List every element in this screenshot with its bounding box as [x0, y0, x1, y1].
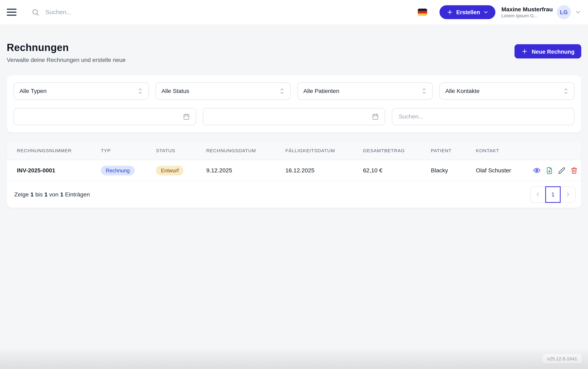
download-pdf-icon[interactable]: [546, 167, 553, 174]
main-content: Rechnungen Verwalte deine Rechnungen und…: [0, 42, 588, 208]
avatar[interactable]: LG: [557, 5, 571, 19]
chevron-down-icon[interactable]: [575, 9, 581, 15]
filter-panel: Alle Typen Alle Status Alle Patienten: [7, 75, 581, 132]
col-header-due-date: FÄLLIGKEITSDATUM: [285, 148, 363, 154]
search-input[interactable]: [45, 8, 418, 16]
page-header: Rechnungen Verwalte deine Rechnungen und…: [7, 42, 581, 63]
due-date: 16.12.2025: [285, 167, 363, 174]
version-badge: v25.12.8-1641: [542, 354, 582, 364]
date-to-field[interactable]: [203, 108, 385, 125]
page-title-block: Rechnungen Verwalte deine Rechnungen und…: [7, 42, 126, 63]
entries-summary: Zeige 1 bis 1 von 1 Einträgen: [14, 191, 90, 198]
invoice-date: 9.12.2025: [206, 167, 285, 174]
new-invoice-button[interactable]: Neue Rechnung: [514, 44, 581, 58]
col-header-contact: KONTAKT: [476, 148, 533, 154]
table-search-field[interactable]: [392, 108, 574, 125]
patient-filter-select[interactable]: Alle Patienten: [297, 82, 433, 100]
page-1-button[interactable]: 1: [545, 186, 561, 203]
edit-icon[interactable]: [558, 167, 565, 174]
col-header-type: TYP: [101, 148, 156, 154]
row-actions: [533, 166, 578, 174]
divider: [433, 7, 433, 17]
type-badge: Rechnung: [101, 165, 134, 175]
date-from-input[interactable]: [20, 113, 183, 120]
select-chevrons-icon: [421, 88, 427, 95]
select-chevrons-icon: [563, 88, 569, 95]
col-header-number: RECHNUNGSNUMMER: [17, 148, 101, 154]
date-from-field[interactable]: [14, 108, 196, 125]
user-info: Maxine Musterfrau Lorem Ipsum G...: [501, 6, 553, 19]
patient-name: Blacky: [431, 167, 476, 174]
invoice-number: INV-2025-0001: [17, 167, 101, 174]
user-org: Lorem Ipsum G...: [501, 13, 553, 19]
date-to-input[interactable]: [209, 113, 372, 120]
table-search-input[interactable]: [398, 113, 568, 120]
contact-name: Olaf Schuster: [476, 167, 533, 174]
filter-row-inputs: [14, 108, 575, 125]
col-header-invoice-date: RECHNUNGSDATUM: [206, 148, 285, 154]
global-search: [31, 8, 418, 16]
page-subtitle: Verwalte deine Rechnungen und erstelle n…: [7, 57, 126, 63]
user-menu[interactable]: Maxine Musterfrau Lorem Ipsum G... LG: [501, 5, 581, 19]
total-amount: 62,10 €: [363, 167, 431, 174]
calendar-icon: [372, 113, 379, 120]
status-filter-select[interactable]: Alle Status: [155, 82, 291, 100]
col-header-patient: PATIENT: [431, 148, 476, 154]
contact-filter-select[interactable]: Alle Kontakte: [439, 82, 574, 100]
table-row[interactable]: INV-2025-0001 Rechnung Entwurf 9.12.2025…: [7, 160, 581, 181]
col-header-status: STATUS: [156, 148, 206, 154]
language-flag-german[interactable]: [418, 9, 427, 16]
create-button[interactable]: Erstellen: [439, 5, 495, 19]
status-badge: Entwurf: [156, 165, 184, 175]
delete-icon[interactable]: [570, 167, 578, 174]
search-icon: [31, 8, 39, 16]
invoices-table: RECHNUNGSNUMMER TYP STATUS RECHNUNGSDATU…: [7, 142, 581, 208]
topbar: Erstellen Maxine Musterfrau Lorem Ipsum …: [0, 0, 588, 24]
type-filter-select[interactable]: Alle Typen: [14, 82, 149, 100]
bottom-fade: [0, 346, 588, 369]
select-chevrons-icon: [137, 88, 143, 95]
plus-icon: [446, 9, 453, 15]
select-chevrons-icon: [279, 88, 285, 95]
app-root: Erstellen Maxine Musterfrau Lorem Ipsum …: [0, 0, 588, 369]
topbar-right: Erstellen Maxine Musterfrau Lorem Ipsum …: [418, 5, 581, 19]
calendar-icon: [183, 113, 190, 120]
next-page-button[interactable]: [560, 186, 576, 203]
menu-icon[interactable]: [7, 9, 16, 16]
table-header-row: RECHNUNGSNUMMER TYP STATUS RECHNUNGSDATU…: [7, 142, 581, 160]
prev-page-button[interactable]: [530, 186, 546, 203]
page-title: Rechnungen: [7, 42, 126, 54]
pagination: 1: [530, 186, 576, 203]
filter-row-selects: Alle Typen Alle Status Alle Patienten: [14, 82, 575, 100]
user-name: Maxine Musterfrau: [501, 6, 553, 13]
table-footer: Zeige 1 bis 1 von 1 Einträgen 1: [7, 181, 581, 207]
view-icon[interactable]: [533, 166, 541, 174]
plus-icon: [521, 48, 528, 55]
chevron-down-icon: [484, 10, 488, 15]
col-header-total: GESAMTBETRAG: [363, 148, 431, 154]
